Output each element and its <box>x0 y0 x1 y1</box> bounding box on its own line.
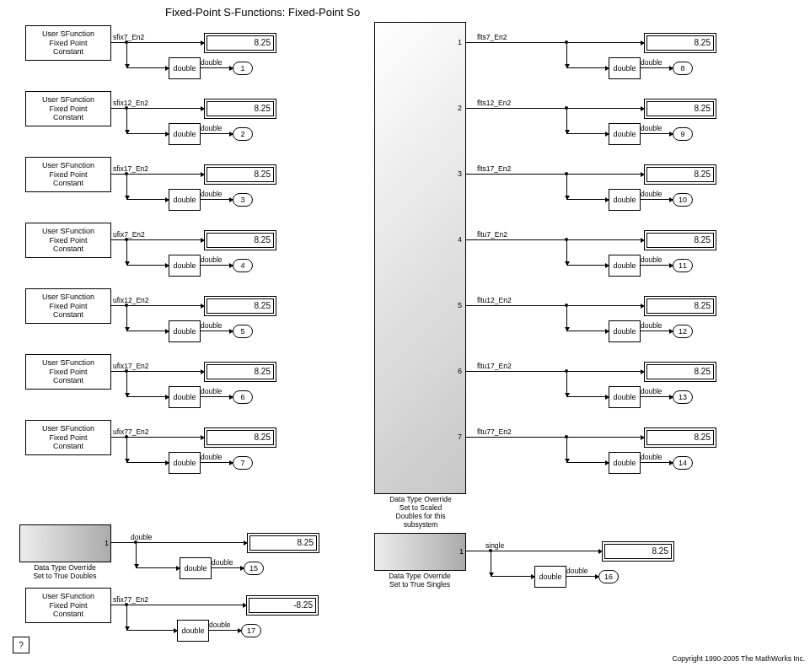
source-block-L3[interactable]: User SFunctionFixed PointConstant <box>25 223 111 258</box>
subsystem-scaled-doubles-caption: Data Type Override Set to Scaled Doubles… <box>387 495 454 529</box>
double-convert-R3[interactable]: double <box>609 255 641 277</box>
wire <box>465 239 644 240</box>
wire <box>465 108 644 109</box>
double-convert-bl[interactable]: double <box>180 557 212 579</box>
wire <box>566 133 609 134</box>
double-convert-L3[interactable]: double <box>169 255 201 277</box>
source-block-L2[interactable]: User SFunctionFixed PointConstant <box>25 157 111 192</box>
display-R5[interactable]: 8.25 <box>644 362 716 382</box>
outport-3[interactable]: 3 <box>233 193 253 207</box>
outport-5[interactable]: 5 <box>233 325 253 338</box>
outport-8[interactable]: 8 <box>673 62 693 75</box>
wire <box>200 462 233 463</box>
wire <box>465 174 644 175</box>
display-L5[interactable]: 8.25 <box>204 362 276 382</box>
display-R0[interactable]: 8.25 <box>644 33 716 53</box>
source-block-L5[interactable]: User SFunctionFixed PointConstant <box>25 354 111 390</box>
source-block-L1[interactable]: User SFunctionFixed PointConstant <box>25 91 111 126</box>
display-R1[interactable]: 8.25 <box>644 99 716 119</box>
source-block-bs[interactable]: User SFunctionFixed PointConstant <box>25 588 111 623</box>
double-out-label-L0: double <box>201 58 223 67</box>
source-block-L4[interactable]: User SFunctionFixed PointConstant <box>25 288 111 324</box>
display-bs[interactable]: -8.25 <box>246 595 319 616</box>
wire <box>640 199 673 200</box>
wire <box>566 42 567 67</box>
wire <box>640 265 673 266</box>
subsystem-port-6: 6 <box>458 367 462 375</box>
help-button[interactable]: ? <box>13 637 30 653</box>
double-out-label-L1: double <box>201 124 223 132</box>
double-convert-R5[interactable]: double <box>609 386 641 408</box>
wire <box>126 371 127 396</box>
wire <box>136 542 137 567</box>
wire <box>566 265 609 266</box>
outport-11[interactable]: 11 <box>673 259 693 272</box>
double-out-label-L2: double <box>201 190 223 198</box>
wire <box>126 42 127 67</box>
display-L1[interactable]: 8.25 <box>204 99 276 119</box>
double-convert-L5[interactable]: double <box>169 386 201 408</box>
display-R4[interactable]: 8.25 <box>644 296 716 316</box>
wire <box>200 199 233 200</box>
subsystem-port-2: 2 <box>458 104 462 112</box>
subsystem-true-doubles[interactable] <box>19 524 111 562</box>
outport-1[interactable]: 1 <box>233 62 253 75</box>
subsystem-scaled-doubles[interactable] <box>374 22 466 494</box>
double-out-label-L3: double <box>201 255 223 264</box>
copyright-label: Copyright 1990-2005 The MathWorks Inc. <box>673 654 806 663</box>
display-R2[interactable]: 8.25 <box>644 164 716 185</box>
signal-label-L2: sfix17_En2 <box>113 164 148 173</box>
double-out-label-L4: double <box>201 321 223 330</box>
display-bl[interactable]: 8.25 <box>247 533 319 553</box>
display-R3[interactable]: 8.25 <box>644 230 716 250</box>
display-L0[interactable]: 8.25 <box>204 33 276 53</box>
double-convert-L2[interactable]: double <box>169 189 201 211</box>
outport-12[interactable]: 12 <box>673 325 693 338</box>
double-convert-L4[interactable]: double <box>169 320 201 342</box>
outport-13[interactable]: 13 <box>673 390 693 404</box>
double-convert-L6[interactable]: double <box>169 452 201 474</box>
outport-16[interactable]: 16 <box>598 570 619 583</box>
display-R6[interactable]: 8.25 <box>644 427 716 448</box>
double-convert-L1[interactable]: double <box>169 123 201 145</box>
outport-7[interactable]: 7 <box>233 456 253 470</box>
outport-6[interactable]: 6 <box>233 390 253 404</box>
wire <box>126 305 127 331</box>
wire <box>200 67 233 68</box>
display-L2[interactable]: 8.25 <box>204 164 276 185</box>
page-title: Fixed-Point S-Functions: Fixed-Point So <box>165 6 360 19</box>
wire <box>465 305 644 306</box>
display-L6[interactable]: 8.25 <box>204 427 276 448</box>
outport-17[interactable]: 17 <box>241 624 261 637</box>
subsystem-true-singles[interactable] <box>374 533 466 571</box>
wire <box>126 630 177 631</box>
wire <box>465 42 644 43</box>
double-convert-L0[interactable]: double <box>169 57 201 79</box>
signal-label-L6: ufix77_En2 <box>113 427 149 436</box>
outport-2[interactable]: 2 <box>233 127 253 141</box>
double-convert-R6[interactable]: double <box>609 452 641 474</box>
outport-9[interactable]: 9 <box>673 127 693 141</box>
outport-10[interactable]: 10 <box>673 193 693 207</box>
display-br[interactable]: 8.25 <box>602 541 674 562</box>
wire <box>126 239 127 265</box>
wire <box>566 108 567 133</box>
display-L3[interactable]: 8.25 <box>204 230 276 250</box>
subsystem-true-singles-caption: Data Type Override Set to True Singles <box>385 572 454 589</box>
double-convert-R1[interactable]: double <box>609 123 641 145</box>
wire <box>126 605 127 630</box>
signal-label-L5: ufix17_En2 <box>113 362 149 370</box>
double-convert-br[interactable]: double <box>534 566 566 588</box>
double-convert-bs[interactable]: double <box>177 620 209 642</box>
source-block-L0[interactable]: User SFunctionFixed PointConstant <box>25 25 111 61</box>
outport-14[interactable]: 14 <box>673 456 693 470</box>
wire <box>566 576 598 577</box>
wire <box>566 239 567 265</box>
double-convert-R0[interactable]: double <box>609 57 641 79</box>
outport-15[interactable]: 15 <box>244 562 264 575</box>
display-L4[interactable]: 8.25 <box>204 296 276 316</box>
outport-4[interactable]: 4 <box>233 259 253 272</box>
double-convert-R2[interactable]: double <box>609 189 641 211</box>
source-block-L6[interactable]: User SFunctionFixed PointConstant <box>25 420 111 455</box>
double-convert-R4[interactable]: double <box>609 320 641 342</box>
